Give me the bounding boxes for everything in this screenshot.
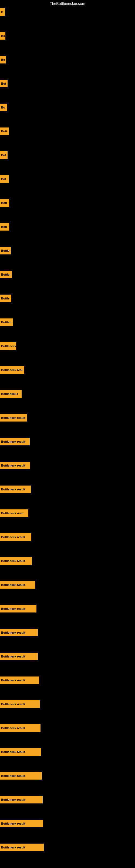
bar-item: Bot — [0, 175, 9, 183]
bar-label: Bottleneck r — [1, 392, 18, 396]
bar-label: Bottleneck result — [1, 774, 25, 777]
bar-label: Bottleneck result — [1, 726, 25, 730]
bar-label: Bottleneck result — [1, 535, 25, 539]
bar-label: Bottleneck — [1, 344, 16, 348]
bar-label: Bottleneck result — [1, 750, 25, 753]
bar-item: Bottleneck result — [0, 605, 37, 613]
bar-item: Bott — [0, 199, 9, 207]
bar-label: Bo — [1, 58, 5, 61]
bar-item: Bo — [0, 56, 6, 63]
bar-label: Bottleneck result — [1, 440, 25, 443]
bar-item: Bottler — [0, 271, 12, 278]
bar-label: Bot — [1, 177, 6, 181]
bar-item: Bott — [0, 223, 9, 230]
bar-item: Bottlen — [0, 318, 13, 326]
bar-item: Bottleneck result — [0, 844, 44, 851]
bar-item: Bottleneck result — [0, 581, 35, 589]
bar-item: Bottleneck result — [0, 820, 43, 827]
bar-item: Bottleneck r — [0, 390, 21, 398]
bar-item: Bottleneck result — [0, 462, 30, 469]
bar-label: Bottleneck result — [1, 631, 25, 634]
bar-label: Bottleneck result — [1, 583, 25, 586]
bar-item: Bott — [0, 127, 9, 135]
bar-item: Bot — [0, 151, 8, 159]
bar-item: Bottleneck result — [0, 629, 38, 637]
bar-label: B — [1, 10, 3, 13]
bar-label: Bottleneck result — [1, 559, 25, 563]
bar-item: Bottle — [0, 247, 11, 254]
bar-item: Bo — [0, 32, 5, 40]
bar-item: Bottle — [0, 294, 11, 302]
bar-label: Bo — [1, 106, 5, 109]
bar-label: Bottleneck result — [1, 416, 25, 420]
bar-label: Bott — [1, 130, 7, 133]
bar-item: Bottleneck result — [0, 653, 38, 660]
bar-item: Bottleneck result — [0, 533, 31, 541]
bar-label: Bottle — [1, 249, 9, 252]
bar-label: Bottleneck result — [1, 655, 25, 658]
bar-label: Bottlen — [1, 321, 11, 324]
bar-label: Bottleneck result — [1, 679, 25, 682]
bar-item: Bottleneck — [0, 342, 16, 350]
bar-item: Bottleneck resu — [0, 366, 24, 374]
bar-item: Bottleneck resu — [0, 509, 28, 517]
bar-item: Bottleneck result — [0, 724, 41, 732]
bar-label: Bottle — [1, 297, 9, 300]
bar-item: Bottleneck result — [0, 772, 42, 780]
bar-item: Bo — [0, 104, 7, 111]
bar-label: Bottleneck result — [1, 464, 25, 467]
bar-label: Bottleneck result — [1, 607, 25, 610]
bar-label: Bottleneck resu — [1, 368, 24, 372]
bar-label: Bottleneck result — [1, 822, 25, 825]
bar-label: Bottleneck resu — [1, 512, 24, 515]
bar-label: Bo — [1, 34, 5, 37]
bar-item: Bottleneck result — [0, 796, 43, 803]
bar-label: Bot — [1, 82, 6, 85]
bar-label: Bott — [1, 225, 7, 228]
site-title: TheBottlenecker.com — [50, 1, 85, 6]
bar-item: B — [0, 8, 5, 16]
bar-item: Bot — [0, 80, 8, 87]
bar-label: Bottleneck result — [1, 798, 25, 801]
bar-item: Bottleneck result — [0, 438, 30, 445]
bar-label: Bottleneck result — [1, 488, 25, 491]
bar-item: Bottleneck result — [0, 414, 27, 422]
bar-label: Bottleneck result — [1, 846, 25, 849]
bar-item: Bottleneck result — [0, 677, 39, 684]
bar-item: Bottleneck result — [0, 748, 41, 756]
bar-item: Bottleneck result — [0, 557, 32, 565]
bar-item: Bottleneck result — [0, 486, 31, 493]
bar-label: Bottler — [1, 273, 10, 276]
bar-label: Bottleneck result — [1, 703, 25, 706]
bar-item: Bottleneck result — [0, 701, 40, 708]
bar-label: Bott — [1, 201, 7, 205]
bar-label: Bot — [1, 154, 6, 157]
